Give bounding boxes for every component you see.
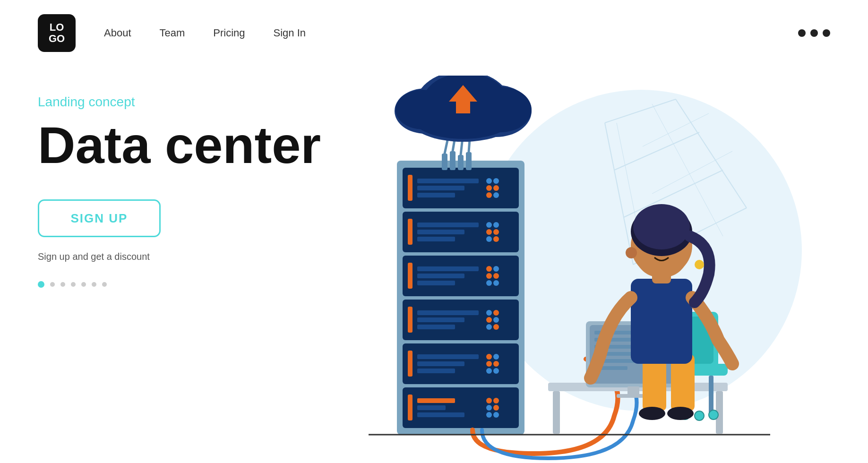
svg-point-76 bbox=[486, 412, 492, 418]
svg-point-63 bbox=[486, 361, 492, 367]
svg-rect-36 bbox=[417, 266, 479, 271]
svg-rect-24 bbox=[408, 219, 413, 245]
svg-rect-38 bbox=[417, 281, 455, 285]
svg-point-19 bbox=[486, 185, 492, 191]
svg-point-62 bbox=[493, 354, 499, 360]
svg-point-41 bbox=[486, 273, 492, 279]
signup-button[interactable]: SIGN UP bbox=[38, 199, 161, 237]
svg-rect-79 bbox=[450, 151, 455, 170]
nav-signin[interactable]: Sign In bbox=[274, 27, 306, 39]
svg-point-29 bbox=[493, 222, 499, 228]
svg-line-7 bbox=[652, 151, 732, 194]
svg-point-114 bbox=[709, 410, 718, 420]
svg-point-64 bbox=[493, 361, 499, 367]
pagination-dot-5[interactable] bbox=[92, 282, 96, 287]
svg-rect-16 bbox=[417, 193, 455, 197]
svg-point-52 bbox=[486, 317, 492, 323]
svg-point-21 bbox=[486, 192, 492, 198]
illustration-svg bbox=[321, 76, 770, 463]
svg-point-66 bbox=[493, 368, 499, 374]
svg-point-55 bbox=[493, 324, 499, 330]
navbar: LOGO About Team Pricing Sign In bbox=[0, 0, 868, 66]
svg-rect-112 bbox=[709, 376, 713, 413]
more-menu-dots[interactable] bbox=[798, 29, 830, 37]
svg-rect-71 bbox=[417, 412, 464, 417]
svg-rect-69 bbox=[417, 398, 455, 403]
svg-point-32 bbox=[486, 236, 492, 242]
svg-point-53 bbox=[493, 317, 499, 323]
hero-section: Landing concept Data center SIGN UP Sign… bbox=[0, 66, 868, 463]
svg-point-115 bbox=[695, 411, 704, 420]
svg-rect-106 bbox=[627, 386, 639, 395]
nav-about[interactable]: About bbox=[104, 27, 131, 39]
svg-point-44 bbox=[493, 280, 499, 286]
svg-point-22 bbox=[493, 192, 499, 198]
nav-team[interactable]: Team bbox=[160, 27, 185, 39]
svg-rect-13 bbox=[408, 175, 413, 201]
pagination-dots bbox=[38, 281, 321, 288]
svg-point-73 bbox=[493, 398, 499, 403]
pagination-dot-6[interactable] bbox=[102, 282, 107, 287]
dot-3 bbox=[823, 29, 830, 37]
svg-line-6 bbox=[643, 113, 709, 146]
hero-illustration bbox=[321, 76, 830, 463]
svg-rect-81 bbox=[466, 152, 472, 170]
svg-rect-80 bbox=[458, 155, 464, 170]
svg-rect-37 bbox=[417, 274, 464, 278]
svg-rect-70 bbox=[417, 405, 446, 410]
svg-rect-47 bbox=[417, 310, 479, 315]
svg-point-75 bbox=[493, 405, 499, 411]
dot-2 bbox=[810, 29, 818, 37]
svg-point-74 bbox=[486, 405, 492, 411]
svg-point-119 bbox=[667, 407, 694, 420]
svg-rect-78 bbox=[442, 154, 447, 170]
svg-point-42 bbox=[493, 273, 499, 279]
hero-subtitle: Landing concept bbox=[38, 94, 321, 110]
svg-rect-14 bbox=[417, 179, 479, 183]
dot-1 bbox=[798, 29, 806, 37]
svg-point-118 bbox=[639, 407, 665, 420]
logo[interactable]: LOGO bbox=[38, 14, 76, 52]
svg-point-72 bbox=[486, 398, 492, 403]
pagination-dot-2[interactable] bbox=[60, 282, 65, 287]
hero-title: Data center bbox=[38, 119, 321, 171]
pagination-dot-active[interactable] bbox=[38, 281, 44, 288]
svg-rect-49 bbox=[417, 325, 455, 329]
svg-point-17 bbox=[486, 178, 492, 184]
svg-rect-68 bbox=[408, 394, 413, 420]
svg-point-50 bbox=[486, 310, 492, 316]
svg-rect-27 bbox=[417, 237, 455, 241]
svg-rect-25 bbox=[417, 223, 479, 227]
svg-point-77 bbox=[493, 412, 499, 418]
pagination-dot-3[interactable] bbox=[71, 282, 76, 287]
svg-point-61 bbox=[486, 354, 492, 360]
pagination-dot-1[interactable] bbox=[50, 282, 55, 287]
svg-rect-57 bbox=[408, 351, 413, 377]
svg-point-65 bbox=[486, 368, 492, 374]
svg-point-127 bbox=[633, 204, 690, 249]
svg-line-5 bbox=[676, 99, 747, 208]
svg-rect-58 bbox=[417, 354, 479, 359]
svg-point-28 bbox=[486, 222, 492, 228]
svg-point-51 bbox=[493, 310, 499, 316]
svg-rect-48 bbox=[417, 317, 464, 322]
nav-pricing[interactable]: Pricing bbox=[213, 27, 245, 39]
pagination-dot-4[interactable] bbox=[81, 282, 86, 287]
hero-left: Landing concept Data center SIGN UP Sign… bbox=[38, 76, 321, 288]
svg-rect-120 bbox=[631, 279, 692, 364]
svg-line-1 bbox=[614, 132, 699, 170]
svg-rect-35 bbox=[408, 263, 413, 289]
hero-cta-text: Sign up and get a discount bbox=[38, 251, 321, 262]
svg-rect-46 bbox=[408, 307, 413, 333]
svg-point-33 bbox=[493, 236, 499, 242]
svg-line-0 bbox=[605, 99, 676, 123]
svg-line-4 bbox=[605, 123, 633, 265]
svg-point-43 bbox=[486, 280, 492, 286]
nav-links: About Team Pricing Sign In bbox=[104, 27, 306, 39]
svg-point-31 bbox=[493, 229, 499, 235]
svg-point-39 bbox=[486, 266, 492, 272]
svg-rect-15 bbox=[417, 186, 464, 190]
svg-point-129 bbox=[626, 247, 637, 258]
svg-point-18 bbox=[493, 178, 499, 184]
svg-point-20 bbox=[493, 185, 499, 191]
